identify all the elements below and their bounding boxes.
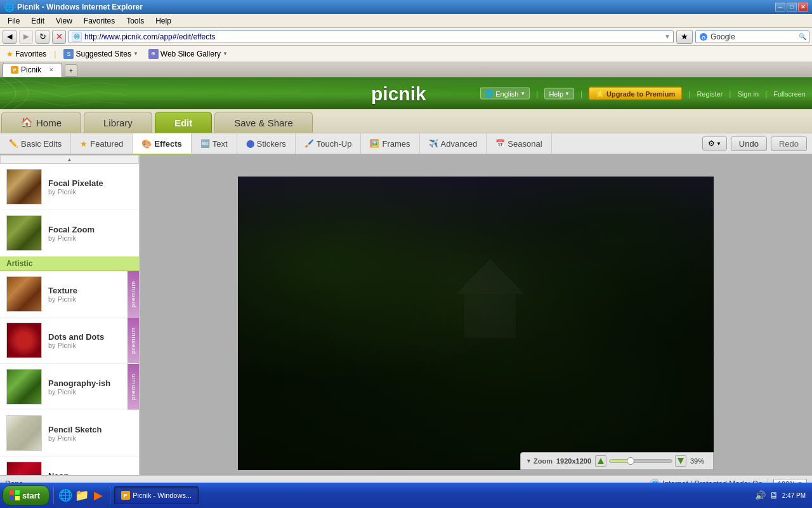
sub-tab-seasonal[interactable]: 📅 Seasonal [487,133,551,154]
touchup-label: Touch-Up [317,139,352,149]
redo-button[interactable]: Redo [771,137,807,151]
sub-tab-text[interactable]: 🔤 Text [192,133,237,154]
add-to-favorites-button[interactable]: ★ [676,30,693,44]
title-bar: 🌐 Picnik - Windows Internet Explorer ─ □… [0,0,812,14]
language-button[interactable]: 🌐 English ▼ [480,88,530,100]
image-dimensions: 1920x1200 [556,457,591,465]
upgrade-label: Upgrade to Premium [606,90,675,97]
settings-button[interactable]: ⚙ ▼ [702,137,727,150]
taskbar-media-icon[interactable]: ▶ [91,488,106,503]
sub-tab-featured[interactable]: ★ Featured [71,133,133,154]
taskbar-explorer-icon[interactable]: 📁 [74,488,89,503]
zoom-slider-area[interactable] [595,455,686,467]
search-box[interactable]: G Google 🔍 [695,30,809,43]
web-slice-dropdown[interactable]: ▼ [223,51,228,57]
gear-icon: ⚙ [708,139,715,148]
suggested-sites-button[interactable]: S Suggested Sites ▼ [61,48,140,60]
focal-zoom-by: by Picnik [48,234,133,242]
effect-pencil-sketch[interactable]: Pencil Sketch by Picnik [0,410,139,457]
home-icon: 🏠 [21,117,33,128]
tab-edit[interactable]: Edit [155,112,212,133]
svg-rect-12 [10,496,14,500]
taskbar-ie-icon[interactable]: 🌐 [58,488,73,503]
sub-tab-advanced[interactable]: ✈️ Advanced [420,133,487,154]
sub-tab-stickers[interactable]: ⬤ Stickers [237,133,296,154]
favorites-button[interactable]: ★ Favorites [4,48,49,60]
new-tab-button[interactable]: + [65,64,77,77]
upgrade-button[interactable]: ⭐ Upgrade to Premium [589,87,682,100]
effect-texture[interactable]: Texture by Picnik premium [0,271,139,318]
url-dropdown-icon[interactable]: ▼ [664,33,671,40]
sub-tab-basic-edits[interactable]: ✏️ Basic Edits [0,133,71,154]
stop-button[interactable]: ✕ [52,30,66,44]
start-button[interactable]: start [3,485,49,505]
menu-edit[interactable]: Edit [26,15,49,27]
back-button[interactable]: ◀ [3,30,16,44]
address-bar: ◀ ▶ ↻ ✕ 🌐 http://www.picnik.com/app#/edi… [0,28,812,46]
picnik-tab-label: Picnik [21,65,41,74]
taskbar-speaker-icon[interactable]: 🔊 [755,490,766,500]
sub-tab-effects[interactable]: 🎨 Effects [133,133,191,155]
undo-button[interactable]: Undo [731,137,767,151]
tab-bar: P Picnik ✕ + [0,62,812,77]
taskbar-separator-2 [110,486,110,504]
zoom-in-button[interactable] [675,455,686,467]
search-input[interactable]: Google [710,32,799,41]
effect-dots-and-dots[interactable]: Dots and Dots by Picnik premium [0,318,139,364]
canvas-area[interactable]: ▼ Zoom 1920x1200 [140,155,812,491]
sub-tab-frames[interactable]: 🖼️ Frames [361,133,419,154]
favorites-star-icon: ★ [6,50,13,58]
scroll-up-button[interactable]: ▲ [0,155,139,164]
taskbar-picnik-button[interactable]: P Picnik - Windows... [114,486,199,504]
zoom-percentage: 39% [690,457,708,465]
effect-focal-pixelate[interactable]: Focal Pixelate by Picnik [0,164,139,210]
basic-edits-icon: ✏️ [9,139,18,148]
title-controls[interactable]: ─ □ ✕ [775,3,808,11]
menu-tools[interactable]: Tools [121,15,149,27]
zoom-thumb[interactable] [627,457,634,465]
picnik-header: picnik 🌐 English ▼ | Help ▼ | ⭐ Upgrade … [0,77,812,109]
nav-separator4: | [729,89,731,98]
picnik-tab-favicon: P [11,66,18,74]
dots-thumbnail [6,323,42,358]
picnik-header-nav: 🌐 English ▼ | Help ▼ | ⭐ Upgrade to Prem… [480,87,806,100]
sub-tab-touchup[interactable]: 🖌️ Touch-Up [296,133,362,154]
menu-favorites[interactable]: Favorites [79,15,120,27]
svg-text:G: G [702,35,705,41]
forward-button[interactable]: ▶ [19,30,33,44]
suggested-sites-dropdown[interactable]: ▼ [133,51,138,57]
tab-close-icon[interactable]: ✕ [49,67,54,73]
register-link[interactable]: Register [697,90,723,97]
zoom-panel: ▼ Zoom 1920x1200 [520,452,714,470]
close-button[interactable]: ✕ [798,3,808,11]
svg-rect-11 [15,490,20,495]
featured-icon: ★ [80,139,88,149]
effect-focal-zoom[interactable]: Focal Zoom by Picnik [0,210,139,257]
picnik-tab[interactable]: P Picnik ✕ [3,63,62,77]
stickers-label: Stickers [257,139,286,149]
menu-view[interactable]: View [51,15,77,27]
effect-panography[interactable]: Panography-ish by Picnik premium [0,364,139,410]
picnik-logo[interactable]: picnik [368,80,444,107]
refresh-button[interactable]: ↻ [36,30,49,44]
menu-help[interactable]: Help [150,15,176,27]
zoom-track[interactable] [609,459,672,463]
web-slice-gallery-button[interactable]: ⊕ Web Slice Gallery ▼ [146,48,230,60]
sign-in-link[interactable]: Sign in [737,90,759,97]
tab-save-share[interactable]: Save & Share [214,112,313,133]
zoom-out-button[interactable] [595,455,606,467]
help-button[interactable]: Help ▼ [544,88,574,99]
menu-file[interactable]: File [3,15,25,27]
fav-bar-separator1: | [54,50,56,58]
search-submit-icon[interactable]: 🔍 [799,33,806,40]
favorites-bar: ★ Favorites | S Suggested Sites ▼ ⊕ Web … [0,46,812,62]
tab-library[interactable]: Library [84,112,152,133]
minimize-button[interactable]: ─ [775,3,785,11]
taskbar-picnik-favicon: P [121,491,130,500]
fullscreen-link[interactable]: Fullscreen [773,90,806,97]
maximize-button[interactable]: □ [787,3,797,11]
address-input[interactable]: 🌐 http://www.picnik.com/app#/edit/effect… [69,30,674,43]
taskbar-network-icon[interactable]: 🖥 [769,490,778,500]
effects-icon: 🎨 [141,139,152,149]
tab-home[interactable]: 🏠 Home [1,112,81,133]
